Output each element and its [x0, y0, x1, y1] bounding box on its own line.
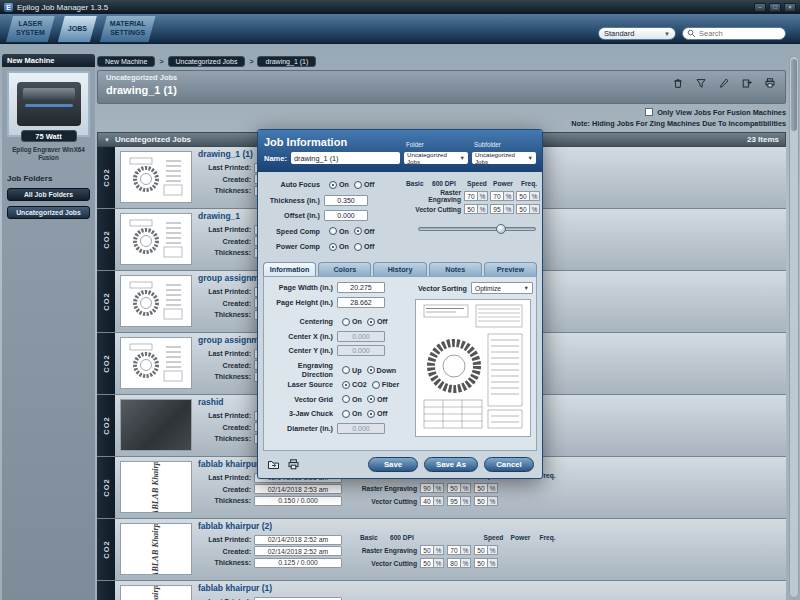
centering-on-radio[interactable]	[342, 318, 350, 326]
tab-information[interactable]: Information	[263, 262, 316, 276]
tab-laser-system[interactable]: LASER SYSTEM	[6, 16, 55, 42]
search-box[interactable]	[682, 27, 786, 40]
page-width-label: Page Width (in.)	[267, 283, 337, 292]
breadcrumb-folder[interactable]: Uncategorized Jobs	[168, 56, 246, 67]
centering-off-radio[interactable]	[367, 318, 375, 326]
offset-input[interactable]	[324, 210, 368, 221]
thickness-label: Thickness:	[198, 311, 254, 318]
minimize-button[interactable]: –	[754, 3, 766, 12]
vector-grid-on-radio[interactable]	[342, 395, 350, 403]
vector-speed-value[interactable]: 50	[464, 204, 478, 214]
laser-type-tag: CO2	[97, 333, 115, 394]
raster-power-value[interactable]: 70	[490, 191, 504, 201]
print-icon[interactable]	[763, 76, 777, 90]
power-comp-off-radio[interactable]	[354, 243, 362, 251]
vector-power-value[interactable]: 95	[490, 204, 504, 214]
diameter-label: Diameter (in.)	[267, 424, 337, 433]
source-co2-radio[interactable]	[342, 381, 350, 389]
laser-type-tag: CO2	[97, 395, 115, 456]
power-column-header: Power	[490, 180, 516, 187]
folder-dropdown[interactable]: Uncategorized Jobs ▼	[404, 152, 468, 164]
group-title: Uncategorized Jobs	[115, 135, 191, 144]
speed-comp-on-radio[interactable]	[329, 227, 337, 235]
all-job-folders-button[interactable]: All Job Folders	[7, 188, 90, 201]
vector-freq-value[interactable]: 50	[516, 204, 530, 214]
preset-dropdown[interactable]: Standard ▼	[598, 27, 676, 40]
search-input[interactable]	[699, 29, 779, 38]
laser-type-tag: CO2	[97, 209, 115, 270]
filter-icon[interactable]	[694, 76, 708, 90]
new-machine-header: New Machine	[2, 54, 95, 67]
direction-down-radio[interactable]	[367, 366, 375, 374]
center-x-input[interactable]	[337, 331, 385, 342]
save-as-button[interactable]: Save As	[424, 457, 478, 472]
save-button[interactable]: Save	[368, 457, 418, 472]
maximize-button[interactable]: □	[769, 3, 781, 12]
breadcrumb-job[interactable]: drawing_1 (1)	[257, 56, 316, 67]
row-settings: Basic 600 DPI Speed Power Freq. Raster E…	[360, 519, 561, 580]
tab-preview[interactable]: Preview	[484, 262, 537, 276]
created-value: 02/14/2018 2:53 am	[254, 484, 342, 494]
tab-notes[interactable]: Notes	[429, 262, 482, 276]
auto-focus-off-radio[interactable]	[354, 181, 362, 189]
dpi-label[interactable]: 600 DPI	[390, 534, 420, 541]
chuck-on-radio[interactable]	[342, 410, 350, 418]
slider-handle[interactable]	[496, 224, 506, 234]
diameter-input[interactable]	[337, 423, 385, 434]
slider-track	[418, 227, 536, 231]
speed-comp-off-radio[interactable]	[354, 227, 362, 235]
scrollbar-thumb[interactable]	[791, 59, 797, 131]
basic-button[interactable]: Basic	[406, 180, 432, 187]
tab-history[interactable]: History	[373, 262, 426, 276]
job-name-input[interactable]	[291, 152, 400, 164]
raster-freq-value[interactable]: 50	[516, 191, 530, 201]
job-row[interactable]: CO2 FABLAB Khairpur fablab khairpur (2) …	[97, 519, 786, 581]
move-to-folder-icon[interactable]	[266, 458, 280, 472]
chevron-down-icon: ▼	[460, 155, 465, 161]
edit-pencil-icon[interactable]	[717, 76, 731, 90]
vector-sorting-dropdown[interactable]: Optimize ▼	[471, 282, 533, 294]
laser-type-tag: CO2	[97, 271, 115, 332]
job-row[interactable]: CO2 FABLAB Khairpur fablab khairpur (1) …	[97, 581, 786, 600]
direction-up-radio[interactable]	[342, 366, 350, 374]
page-width-input[interactable]	[337, 282, 385, 293]
subfolder-dropdown[interactable]: Uncategorized Jobs ▼	[472, 152, 536, 164]
laser-type-tag: CO2	[97, 519, 115, 580]
vertical-scrollbar[interactable]	[789, 56, 799, 598]
job-information-dialog: Job Information Folder Subfolder Name: U…	[257, 129, 543, 479]
fusion-only-checkbox[interactable]	[645, 108, 653, 116]
auto-focus-on-radio[interactable]	[329, 181, 337, 189]
thumbnail-drawing	[126, 155, 186, 199]
trash-icon[interactable]	[671, 76, 685, 90]
power-comp-on-radio[interactable]	[329, 243, 337, 251]
thickness-input[interactable]	[324, 195, 368, 206]
basic-label[interactable]: Basic	[360, 534, 390, 541]
breadcrumb-machine[interactable]: New Machine	[97, 56, 155, 67]
chuck-off-radio[interactable]	[367, 410, 375, 418]
job-title[interactable]: fablab khairpur (1)	[198, 583, 350, 595]
power-slider[interactable]	[418, 224, 536, 234]
wattage-badge: 75 Watt	[21, 130, 77, 142]
center-y-input[interactable]	[337, 345, 385, 356]
fusion-only-label: Only View Jobs For Fusion Machines	[657, 108, 786, 117]
folder-dropdown-value: Uncategorized Jobs	[407, 151, 460, 165]
tab-jobs[interactable]: JOBS	[58, 16, 97, 42]
cancel-button[interactable]: Cancel	[484, 457, 534, 472]
page-height-input[interactable]	[337, 297, 385, 308]
machine-card[interactable]	[7, 71, 90, 137]
print-icon[interactable]	[286, 458, 300, 472]
uncategorized-jobs-button[interactable]: Uncategorized Jobs	[7, 206, 90, 219]
collapse-arrow-icon[interactable]: ▼	[104, 137, 110, 143]
job-title[interactable]: fablab khairpur (2)	[198, 521, 350, 533]
sidebar: New Machine 75 Watt Epilog Engraver WinX…	[2, 54, 95, 600]
tab-colors[interactable]: Colors	[318, 262, 371, 276]
close-button[interactable]: ×	[784, 3, 796, 12]
dpi-button[interactable]: 600 DPI	[432, 180, 464, 187]
raster-speed-value[interactable]: 70	[464, 191, 478, 201]
engraving-direction-label: Engraving Direction	[267, 361, 337, 379]
vector-grid-off-radio[interactable]	[367, 395, 375, 403]
tab-material-settings[interactable]: MATERIAL SETTINGS	[100, 16, 156, 42]
export-icon[interactable]	[740, 76, 754, 90]
search-icon	[687, 29, 696, 38]
source-fiber-radio[interactable]	[372, 381, 380, 389]
